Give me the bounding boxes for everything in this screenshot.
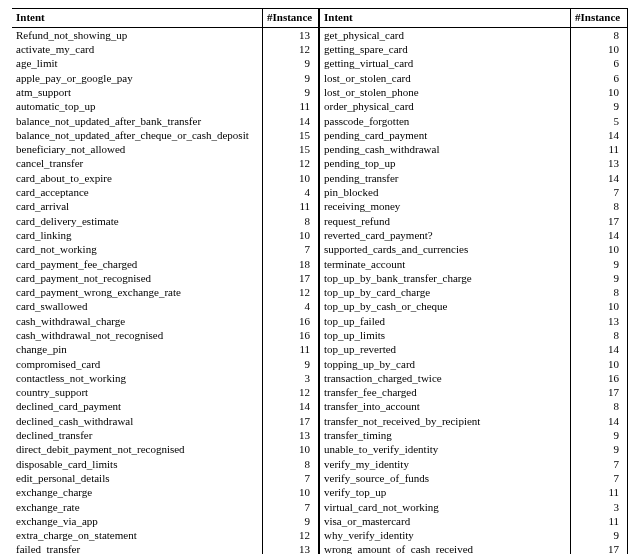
table-row: 11 [263, 199, 318, 213]
table-row: 13 [263, 542, 318, 554]
table-row: card_payment_wrong_exchange_rate [12, 285, 262, 299]
table-row: 7 [571, 471, 627, 485]
table-row: 7 [571, 185, 627, 199]
table-row: card_acceptance [12, 185, 262, 199]
table-row: 10 [571, 85, 627, 99]
table-row: 10 [263, 171, 318, 185]
table-row: 3 [263, 371, 318, 385]
table-row: 17 [263, 271, 318, 285]
table-row: cash_withdrawal_not_recognised [12, 328, 262, 342]
table-row: 8 [263, 457, 318, 471]
table-row: 4 [263, 299, 318, 313]
table-row: getting_spare_card [320, 42, 570, 56]
table-row: topping_up_by_card [320, 357, 570, 371]
table-row: getting_virtual_card [320, 56, 570, 70]
table-row: 11 [571, 485, 627, 499]
table-row: 16 [571, 371, 627, 385]
table-row: pending_cash_withdrawal [320, 142, 570, 156]
table-row: 6 [571, 71, 627, 85]
table-row: balance_not_updated_after_bank_transfer [12, 114, 262, 128]
table-row: 17 [571, 542, 627, 554]
table-row: 10 [571, 299, 627, 313]
table-row: 15 [263, 142, 318, 156]
table-row: receiving_money [320, 199, 570, 213]
table-row: card_delivery_estimate [12, 214, 262, 228]
table-row: 11 [263, 99, 318, 113]
table-row: virtual_card_not_working [320, 500, 570, 514]
table-row: 9 [263, 71, 318, 85]
table-row: 14 [571, 414, 627, 428]
table-row: beneficiary_not_allowed [12, 142, 262, 156]
table-row: 9 [571, 271, 627, 285]
table-row: 6 [571, 56, 627, 70]
table-row: declined_transfer [12, 428, 262, 442]
table-row: 8 [571, 328, 627, 342]
table-row: apple_pay_or_google_pay [12, 71, 262, 85]
table-row: 11 [571, 514, 627, 528]
table-row: 9 [571, 257, 627, 271]
table-row: 9 [571, 442, 627, 456]
table-row: 16 [263, 328, 318, 342]
table-row: 13 [263, 428, 318, 442]
table-row: 15 [263, 128, 318, 142]
table-row: 14 [263, 399, 318, 413]
table-row: 17 [571, 214, 627, 228]
table-row: card_payment_not_recognised [12, 271, 262, 285]
table-row: declined_cash_withdrawal [12, 414, 262, 428]
table-row: failed_transfer [12, 542, 262, 554]
table-row: wrong_amount_of_cash_received [320, 542, 570, 554]
table-row: 13 [571, 156, 627, 170]
table-row: 3 [571, 500, 627, 514]
table-row: why_verify_identity [320, 528, 570, 542]
table-row: edit_personal_details [12, 471, 262, 485]
table-row: automatic_top_up [12, 99, 262, 113]
col-header-instance: #Instance [571, 9, 627, 28]
table-row: disposable_card_limits [12, 457, 262, 471]
table-row: transaction_charged_twice [320, 371, 570, 385]
table-row: 12 [263, 285, 318, 299]
table-row: 10 [263, 485, 318, 499]
table-row: 7 [263, 500, 318, 514]
table-row: 17 [571, 385, 627, 399]
table-row: Refund_not_showing_up [12, 28, 262, 42]
table-row: 9 [263, 56, 318, 70]
table-row: compromised_card [12, 357, 262, 371]
table-row: 7 [263, 471, 318, 485]
table-row: balance_not_updated_after_cheque_or_cash… [12, 128, 262, 142]
table-row: 9 [571, 428, 627, 442]
table-row: verify_top_up [320, 485, 570, 499]
table-row: 7 [263, 242, 318, 256]
table-row: terminate_account [320, 257, 570, 271]
table-row: 12 [263, 156, 318, 170]
table-row: 7 [571, 457, 627, 471]
table-row: 8 [571, 199, 627, 213]
table-row: country_support [12, 385, 262, 399]
table-row: visa_or_mastercard [320, 514, 570, 528]
table-row: 14 [571, 171, 627, 185]
table-row: top_up_reverted [320, 342, 570, 356]
table-row: 13 [263, 28, 318, 42]
table-row: pending_card_payment [320, 128, 570, 142]
table-row: declined_card_payment [12, 399, 262, 413]
table-row: order_physical_card [320, 99, 570, 113]
table-row: transfer_fee_charged [320, 385, 570, 399]
table-row: pending_top_up [320, 156, 570, 170]
table-row: 12 [263, 42, 318, 56]
table-row: exchange_via_app [12, 514, 262, 528]
table-row: card_arrival [12, 199, 262, 213]
table-row: 14 [571, 228, 627, 242]
table-row: age_limit [12, 56, 262, 70]
table-row: get_physical_card [320, 28, 570, 42]
table-row: direct_debit_payment_not_recognised [12, 442, 262, 456]
table-row: supported_cards_and_currencies [320, 242, 570, 256]
table-row: passcode_forgotten [320, 114, 570, 128]
intent-col-right: Intent get_physical_cardgetting_spare_ca… [320, 9, 570, 554]
table-row: 10 [571, 357, 627, 371]
table-row: top_up_by_cash_or_cheque [320, 299, 570, 313]
left-half: Intent Refund_not_showing_upactivate_my_… [12, 9, 320, 554]
table-row: contactless_not_working [12, 371, 262, 385]
table-row: 14 [571, 342, 627, 356]
instance-col-left: #Instance 131299911141515121041181071817… [262, 9, 320, 554]
table-row: 10 [571, 242, 627, 256]
table-row: 11 [263, 342, 318, 356]
